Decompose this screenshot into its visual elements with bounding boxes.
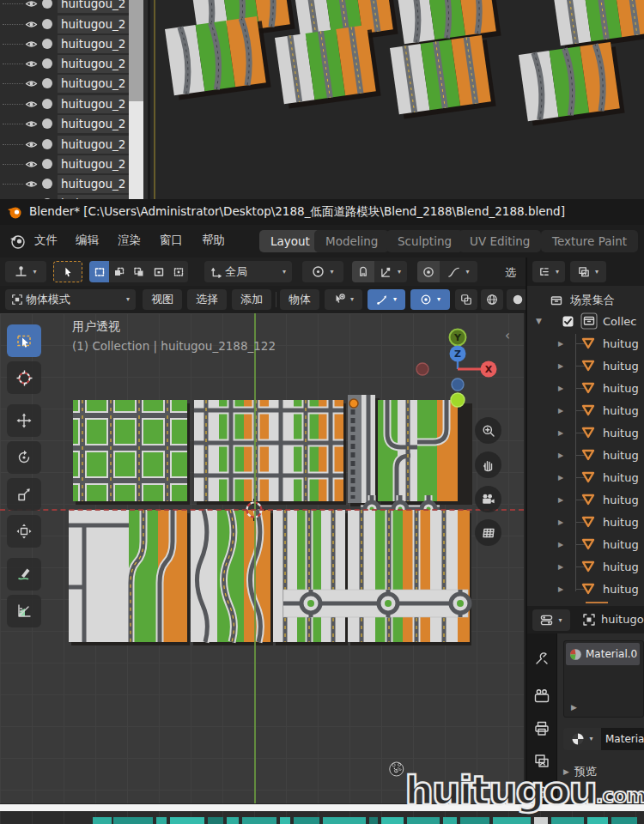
outliner-object-row[interactable]: huitugou_2	[0, 74, 148, 94]
outliner-object-row[interactable]: huitugou_2	[0, 15, 148, 34]
expand-icon[interactable]: ▶	[558, 429, 563, 437]
ortho-toggle-button[interactable]	[475, 519, 501, 546]
road-tile-group[interactable]	[69, 510, 187, 642]
scrollbar-thumb[interactable]	[129, 101, 143, 199]
object-name[interactable]: huitugou_2	[58, 175, 129, 193]
menu-window[interactable]: 窗口	[160, 233, 183, 248]
pan-hand-button[interactable]	[475, 451, 501, 478]
tab-uv-editing[interactable]: UV Editing	[459, 230, 541, 252]
selectability-icon[interactable]	[42, 139, 52, 149]
tool-rotate[interactable]	[7, 441, 41, 474]
select-mode-new-button[interactable]	[89, 261, 109, 282]
object-name[interactable]: huitugou_2	[58, 136, 129, 154]
tool-select-box[interactable]	[7, 324, 41, 357]
axis-neg-z-ball[interactable]	[452, 379, 464, 391]
outliner-object-row[interactable]: huitugou_2	[0, 94, 148, 114]
material-name-field[interactable]: Materia	[601, 728, 644, 750]
expand-icon[interactable]: ▶	[558, 451, 563, 459]
road-tile-group[interactable]	[273, 510, 345, 642]
object-name[interactable]: huitugou_2	[58, 115, 129, 133]
selectability-icon[interactable]	[42, 179, 52, 189]
tweak-tool-button[interactable]	[53, 261, 82, 282]
menu-add[interactable]: 添加	[232, 289, 271, 310]
selectability-filter-dropdown[interactable]: ▾	[325, 289, 362, 310]
object-name[interactable]: huitug	[603, 449, 644, 462]
menu-help[interactable]: 帮助	[202, 233, 225, 248]
outliner-object-row[interactable]: huitugou_2	[0, 135, 148, 154]
object-name[interactable]: huitugou_2	[58, 15, 129, 33]
collection-name[interactable]: Collec	[603, 315, 644, 328]
road-tile-group[interactable]	[73, 400, 187, 501]
tab-sculpting[interactable]: Sculpting	[386, 230, 463, 252]
road-tile-group[interactable]	[348, 510, 470, 642]
visibility-eye-icon[interactable]	[25, 158, 38, 171]
object-name[interactable]: huitug	[603, 360, 644, 373]
outliner-object-row[interactable]: huitugou_2	[0, 114, 148, 134]
roundabout-band[interactable]	[283, 590, 470, 617]
selectability-icon[interactable]	[42, 159, 52, 169]
menu-select[interactable]: 选择	[187, 289, 227, 310]
object-name[interactable]: huitug	[603, 560, 644, 573]
expand-icon[interactable]: ▶	[558, 585, 563, 593]
object-name[interactable]: huitugou_2	[58, 75, 129, 93]
material-slot-row[interactable]: Material.0	[566, 643, 640, 665]
menu-edit[interactable]: 编辑	[76, 233, 99, 248]
tool-measure[interactable]	[7, 595, 41, 627]
mode-dropdown[interactable]: 物体模式 ▾	[5, 289, 136, 310]
visibility-eye-icon[interactable]	[25, 77, 38, 90]
object-name[interactable]: huitug	[603, 471, 644, 484]
object-name[interactable]: huitugou_2	[58, 0, 129, 13]
tab-modeling[interactable]: Modeling	[314, 230, 389, 252]
visibility-eye-icon[interactable]	[25, 0, 38, 10]
material-slot-list[interactable]: Material.0 ▶	[563, 640, 644, 718]
object-name[interactable]: huitugou_2	[58, 95, 129, 113]
road-tile-group[interactable]	[348, 395, 375, 503]
menu-object[interactable]: 物体	[280, 289, 319, 310]
render-tab-icon[interactable]	[534, 688, 550, 704]
visibility-eye-icon[interactable]	[25, 178, 38, 191]
outliner-object-row[interactable]: huitugou_2	[0, 34, 148, 54]
material-slot-name[interactable]: Material.0	[586, 648, 639, 660]
show-overlays-toggle[interactable]: ▾	[410, 289, 450, 310]
camera-view-button[interactable]	[475, 486, 501, 512]
expand-arrow-icon[interactable]: ▼	[536, 317, 542, 325]
tool-transform[interactable]	[7, 515, 41, 548]
expand-icon[interactable]: ▶	[558, 362, 563, 370]
axis-neg-x-ball[interactable]	[416, 363, 428, 375]
visibility-eye-icon[interactable]	[25, 58, 38, 70]
outliner-object-row[interactable]: huitugou_2	[0, 174, 148, 194]
menu-render[interactable]: 渲染	[118, 233, 141, 248]
properties-editor-dropdown[interactable]: ▾	[532, 609, 570, 631]
navigation-gizmo[interactable]: Y Z X	[404, 320, 515, 415]
tab-texture-paint[interactable]: Texture Paint	[541, 230, 638, 252]
object-name[interactable]: huitugou_2	[58, 155, 129, 173]
visibility-eye-icon[interactable]	[25, 98, 38, 111]
show-gizmo-toggle[interactable]: ▾	[368, 289, 405, 310]
axis-neg-y-ball[interactable]	[451, 393, 465, 407]
outliner-object-row[interactable]: ▶huitug	[527, 354, 644, 377]
expand-icon[interactable]: ▶	[558, 340, 563, 348]
blender-menu-icon[interactable]	[9, 233, 26, 250]
outliner-filter-dropdown[interactable]: ▾	[570, 261, 606, 282]
object-name[interactable]: huitugou_2	[58, 55, 129, 73]
falloff-dropdown[interactable]: ▾	[440, 261, 477, 282]
scrollbar[interactable]	[129, 0, 143, 199]
selectability-icon[interactable]	[42, 118, 52, 129]
object-name[interactable]: huitug	[603, 583, 644, 596]
expand-icon[interactable]: ▶	[558, 474, 563, 482]
options-label-partial[interactable]: 选	[505, 265, 516, 281]
preview-panel-header[interactable]: ▶ 预览	[563, 764, 597, 779]
outliner-object-row[interactable]: ▶huitug	[527, 578, 644, 600]
select-mode-subtract-button[interactable]	[129, 261, 149, 282]
tool-cursor[interactable]	[7, 361, 41, 394]
road-tile-group[interactable]	[378, 400, 458, 501]
object-name[interactable]: huitug	[603, 337, 644, 350]
editor-type-dropdown[interactable]: ▾	[532, 261, 565, 282]
zoom-button[interactable]	[475, 417, 501, 444]
select-mode-extend-button[interactable]	[109, 261, 129, 282]
object-name[interactable]: huitug	[603, 382, 644, 395]
tool-scale[interactable]	[7, 478, 41, 511]
visibility-eye-icon[interactable]	[25, 118, 38, 130]
outliner-object-row[interactable]: ▶huitug	[527, 466, 644, 488]
collection-checkbox[interactable]	[562, 315, 574, 328]
